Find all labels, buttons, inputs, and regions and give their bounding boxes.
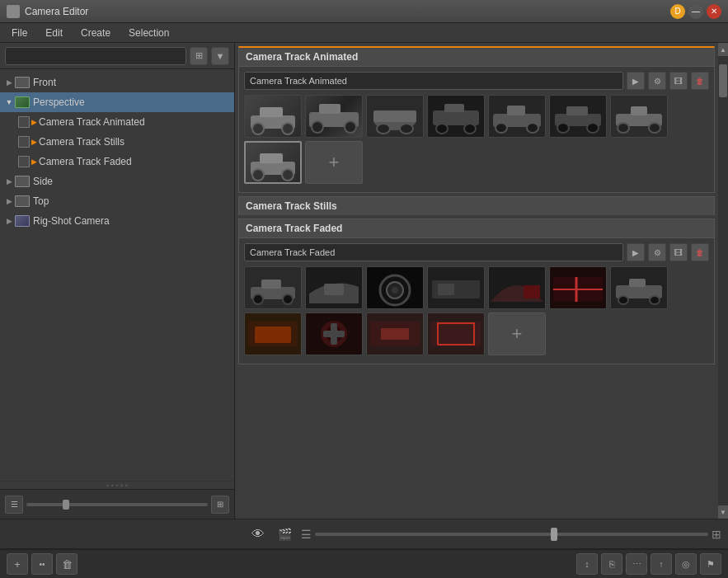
film-btn-ctf[interactable]: 🎞 — [669, 243, 688, 261]
thumb-ctf-8[interactable] — [244, 312, 302, 355]
filmstrip-name-cta[interactable] — [244, 72, 623, 90]
window-btn-close[interactable]: ✕ — [707, 4, 721, 19]
settings-btn-ctf[interactable]: ⚙ — [648, 243, 666, 261]
tree-item-camera-track-animated[interactable]: ▶ Camera Track Animated — [0, 112, 234, 132]
expand-top: ▶ — [3, 195, 15, 207]
svg-rect-17 — [507, 106, 525, 115]
section-header-ctf: Camera Track Faded — [238, 219, 715, 237]
thumb-cta-1[interactable] — [244, 95, 302, 138]
left-sep: • • • • • — [0, 481, 234, 489]
app-icon — [7, 5, 20, 18]
thumb-ctf-9[interactable] — [305, 312, 363, 355]
sort-btn[interactable]: ▼ — [211, 47, 229, 65]
thumbs-row-cta-2: + — [244, 141, 709, 184]
copy-btn[interactable]: ⎘ — [601, 553, 622, 575]
thumb-ctf-4[interactable] — [427, 266, 485, 309]
sep-dots: • • • • • — [106, 482, 128, 490]
svg-point-2 — [252, 123, 264, 134]
label-top: Top — [33, 195, 49, 207]
scroll-track[interactable] — [718, 56, 728, 505]
menu-create[interactable]: Create — [73, 26, 119, 40]
expand-perspective: ▼ — [3, 96, 15, 108]
window-btn-minimize[interactable]: — — [688, 4, 703, 19]
play-btn-ctf[interactable]: ▶ — [627, 243, 645, 261]
settings-btn-cta[interactable]: ⚙ — [648, 72, 666, 90]
svg-rect-12 — [433, 110, 479, 125]
icon-perspective — [15, 96, 30, 108]
thumb-cta-3[interactable] — [366, 95, 424, 138]
window-btn-d[interactable]: D — [670, 4, 685, 19]
dots-btn[interactable]: •• — [31, 553, 53, 575]
tree-item-camera-track-faded[interactable]: ▶ Camera Track Faded — [0, 152, 234, 172]
tree-item-perspective[interactable]: ▼ Perspective — [0, 92, 234, 112]
add-btn[interactable]: + — [7, 553, 28, 575]
lb-slider[interactable] — [26, 503, 208, 506]
circle-btn[interactable]: ◎ — [675, 553, 697, 575]
delete-btn-ctf[interactable]: 🗑 — [691, 243, 709, 261]
thumb-cta-6[interactable] — [549, 95, 607, 138]
thumb-ctf-6[interactable] — [549, 266, 607, 309]
thumb-cta-2[interactable] — [305, 95, 363, 138]
thumb-ctf-11[interactable] — [427, 312, 485, 355]
thumb-cta-4[interactable] — [427, 95, 485, 138]
lb-list-btn[interactable]: ☰ — [5, 496, 23, 514]
svg-point-15 — [464, 124, 476, 134]
section-cts: Camera Track Stills — [238, 196, 715, 215]
thumb-ctf-2[interactable] — [305, 266, 363, 309]
filter-btn[interactable]: ⊞ — [190, 47, 208, 65]
left-bottom-bar: ☰ ⊞ — [0, 489, 234, 519]
scroll-thumb[interactable] — [719, 64, 727, 97]
thumb-cta-8[interactable] — [244, 141, 302, 184]
menu-edit[interactable]: Edit — [37, 26, 71, 40]
up-btn[interactable]: ↑ — [651, 553, 672, 575]
section-ctf: Camera Track Faded ▶ ⚙ 🎞 🗑 — [238, 219, 715, 364]
tree-item-front[interactable]: ▶ Front — [0, 73, 234, 92]
thumb-ctf-7[interactable] — [610, 266, 668, 309]
app-bottom-bar: + •• 🗑 ↕ ⎘ ⋯ ↑ ◎ ⚑ — [0, 548, 728, 578]
filmstrip-name-ctf[interactable] — [244, 243, 623, 261]
thumb-ctf-3[interactable] — [366, 266, 424, 309]
tree-item-camera-track-stills[interactable]: ▶ Camera Track Stills — [0, 132, 234, 152]
svg-point-6 — [312, 121, 323, 133]
svg-point-3 — [282, 123, 294, 134]
window-controls: D — ✕ — [670, 4, 721, 19]
thumb-add-cta[interactable]: + — [305, 141, 363, 184]
scroll-area[interactable]: Camera Track Animated ▶ ⚙ 🎞 🗑 — [235, 43, 718, 519]
more-btn[interactable]: ⋯ — [626, 553, 647, 575]
svg-rect-55 — [323, 331, 345, 337]
search-input[interactable] — [5, 47, 186, 65]
lb-grid-btn[interactable]: ⊞ — [211, 496, 229, 514]
scroll-down-btn[interactable]: ▼ — [718, 505, 728, 519]
tree-item-side[interactable]: ▶ Side — [0, 172, 234, 191]
menu-file[interactable]: File — [3, 26, 35, 40]
svg-rect-57 — [381, 328, 409, 340]
thumb-cta-5[interactable] — [488, 95, 546, 138]
icon-cta — [18, 116, 30, 128]
move-btn[interactable]: ↕ — [576, 553, 598, 575]
zoom-slider[interactable] — [315, 533, 708, 536]
vertical-scrollbar[interactable]: ▲ ▼ — [718, 43, 728, 519]
thumb-add-ctf[interactable]: + — [488, 312, 546, 355]
eye-icon[interactable]: 👁 — [248, 524, 268, 544]
film-icon[interactable]: 🎬 — [275, 524, 294, 544]
grid-view-btn[interactable]: ⊞ — [712, 528, 721, 541]
delete-btn[interactable]: 🗑 — [56, 553, 77, 575]
thumb-ctf-5[interactable] — [488, 266, 546, 309]
thumb-ctf-1[interactable] — [244, 266, 302, 309]
film-btn-cta[interactable]: 🎞 — [669, 72, 688, 90]
tree-item-top[interactable]: ▶ Top — [0, 191, 234, 211]
section-body-cta: ▶ ⚙ 🎞 🗑 — [238, 66, 715, 193]
thumb-ctf-10[interactable] — [366, 312, 424, 355]
delete-btn-cta[interactable]: 🗑 — [691, 72, 709, 90]
scroll-up-btn[interactable]: ▲ — [718, 43, 728, 56]
main-content: ⊞ ▼ ▶ Front ▼ Perspective ▶ Camera Track… — [0, 43, 728, 519]
menu-selection[interactable]: Selection — [120, 26, 177, 40]
flag-btn[interactable]: ⚑ — [700, 553, 721, 575]
play-btn-cta[interactable]: ▶ — [627, 72, 645, 90]
thumb-cta-7[interactable] — [610, 95, 668, 138]
scene-tree: ▶ Front ▼ Perspective ▶ Camera Track Ani… — [0, 69, 234, 481]
menu-icon[interactable]: ☰ — [301, 528, 312, 541]
section-title-cts: Camera Track Stills — [246, 200, 337, 212]
tree-item-rig-shot[interactable]: ▶ Rig-Shot Camera — [0, 211, 234, 231]
label-cts: Camera Track Stills — [39, 136, 124, 148]
